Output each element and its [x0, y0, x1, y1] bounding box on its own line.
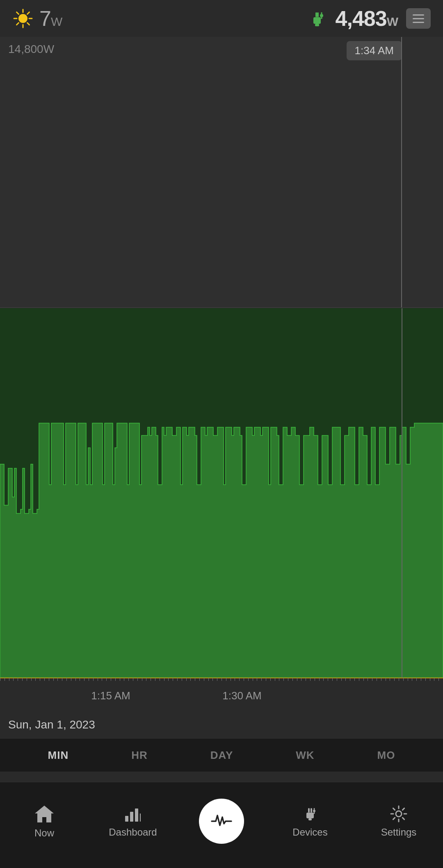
- svg-rect-19: [125, 816, 128, 822]
- devices-plug-icon: [301, 804, 320, 823]
- svg-rect-22: [140, 813, 141, 822]
- power-chart-svg: [0, 308, 443, 678]
- svg-line-38: [393, 818, 395, 819]
- svg-marker-18: [35, 806, 54, 822]
- power-chart: [0, 308, 443, 678]
- house-icon: [34, 804, 55, 824]
- tab-mo[interactable]: MO: [369, 745, 404, 766]
- svg-point-13: [320, 14, 323, 17]
- time-badge: 1:34 AM: [347, 41, 402, 60]
- header-bar: 7W 4,483W: [0, 0, 443, 37]
- time-tabs: MIN HR DAY WK MO: [0, 739, 443, 772]
- svg-line-37: [402, 808, 404, 810]
- grid-watts-value: 4,483W: [336, 6, 398, 31]
- nav-label-dashboard: Dashboard: [109, 827, 157, 838]
- svg-rect-24: [308, 818, 312, 820]
- cursor-line: [401, 37, 402, 307]
- nav-item-settings[interactable]: Settings: [368, 804, 429, 838]
- svg-rect-11: [315, 12, 317, 17]
- svg-point-0: [18, 14, 27, 23]
- nav-item-now[interactable]: Now: [14, 804, 75, 839]
- svg-rect-10: [315, 24, 319, 26]
- menu-button[interactable]: [406, 8, 431, 29]
- svg-rect-20: [130, 812, 133, 822]
- svg-line-36: [402, 818, 404, 819]
- solar-chart: 14,800W 1:34 AM: [0, 37, 443, 308]
- pulse-button[interactable]: [199, 799, 244, 844]
- svg-point-27: [313, 810, 315, 812]
- tab-day[interactable]: DAY: [202, 745, 242, 766]
- nav-item-pulse[interactable]: [191, 799, 252, 844]
- chart-max-label: 14,800W: [8, 43, 54, 56]
- bar-chart-icon: [123, 804, 142, 823]
- svg-line-6: [27, 23, 30, 25]
- nav-item-dashboard[interactable]: Dashboard: [102, 804, 164, 838]
- svg-line-7: [27, 12, 30, 14]
- sun-icon: [12, 8, 34, 29]
- pulse-icon: [210, 810, 233, 833]
- x-label-1:15: 1:15 AM: [91, 689, 130, 702]
- nav-item-devices[interactable]: Devices: [279, 804, 341, 838]
- plug-icon: [307, 8, 327, 29]
- nav-label-now: Now: [34, 827, 54, 839]
- svg-rect-26: [311, 808, 312, 813]
- tab-hr[interactable]: HR: [123, 745, 156, 766]
- nav-label-settings: Settings: [381, 827, 417, 838]
- svg-line-8: [17, 23, 19, 25]
- nav-label-devices: Devices: [292, 827, 327, 838]
- tab-min[interactable]: MIN: [40, 745, 77, 766]
- x-label-1:30: 1:30 AM: [222, 689, 261, 702]
- bottom-nav: Now Dashboard Devices: [0, 782, 443, 868]
- svg-rect-25: [308, 808, 310, 813]
- menu-icon: [413, 14, 424, 23]
- solar-watts-value: 7W: [39, 6, 62, 31]
- svg-point-30: [396, 811, 402, 817]
- solar-display: 7W: [12, 6, 62, 31]
- x-labels: 1:15 AM 1:30 AM: [0, 689, 443, 714]
- tab-wk[interactable]: WK: [288, 745, 322, 766]
- x-axis-ticks: .tick-mark { position: absolute; top: 0;…: [0, 678, 443, 690]
- svg-rect-9: [313, 17, 321, 24]
- svg-rect-23: [306, 813, 314, 818]
- svg-line-5: [17, 12, 19, 14]
- date-label: Sun, Jan 1, 2023: [8, 718, 95, 731]
- svg-rect-21: [135, 808, 138, 822]
- grid-display: 4,483W: [307, 6, 431, 31]
- chart-container[interactable]: 14,800W 1:34 AM .tick-mark { position: a…: [0, 37, 443, 784]
- svg-line-35: [393, 808, 395, 810]
- gear-icon: [389, 804, 408, 823]
- svg-rect-12: [317, 12, 319, 17]
